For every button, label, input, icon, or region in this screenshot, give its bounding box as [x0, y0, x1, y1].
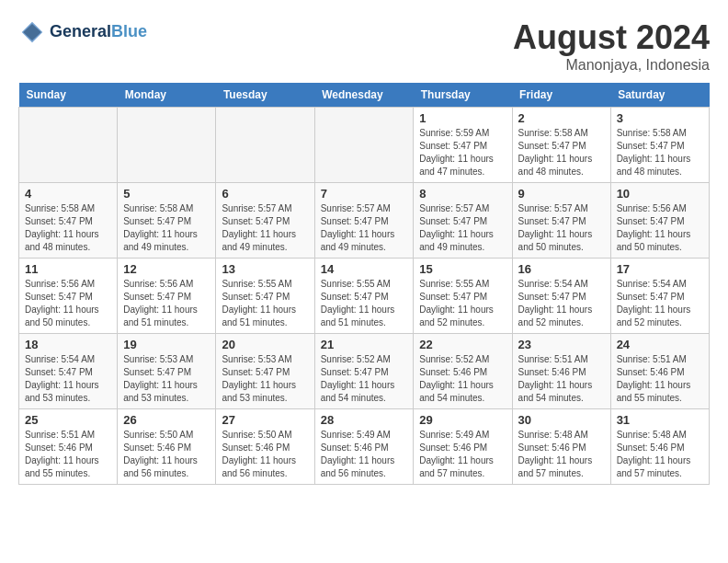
calendar-cell: 17Sunrise: 5:54 AM Sunset: 5:47 PM Dayli… [610, 259, 709, 334]
calendar-cell: 9Sunrise: 5:57 AM Sunset: 5:47 PM Daylig… [512, 183, 610, 259]
day-info: Sunrise: 5:57 AM Sunset: 5:47 PM Dayligh… [518, 202, 605, 254]
day-info: Sunrise: 5:55 AM Sunset: 5:47 PM Dayligh… [222, 278, 308, 329]
day-number: 29 [419, 413, 506, 427]
day-info: Sunrise: 5:50 AM Sunset: 5:46 PM Dayligh… [222, 429, 308, 480]
week-row-5: 25Sunrise: 5:51 AM Sunset: 5:46 PM Dayli… [19, 409, 710, 485]
calendar-cell: 27Sunrise: 5:50 AM Sunset: 5:46 PM Dayli… [216, 409, 314, 485]
day-number: 25 [25, 413, 111, 427]
calendar-cell: 6Sunrise: 5:57 AM Sunset: 5:47 PM Daylig… [216, 183, 314, 259]
calendar-cell: 24Sunrise: 5:51 AM Sunset: 5:46 PM Dayli… [610, 334, 709, 409]
logo-icon [18, 18, 46, 46]
calendar-cell: 14Sunrise: 5:55 AM Sunset: 5:47 PM Dayli… [314, 259, 414, 334]
day-info: Sunrise: 5:51 AM Sunset: 5:46 PM Dayligh… [617, 353, 703, 405]
day-number: 6 [222, 187, 308, 201]
week-row-3: 11Sunrise: 5:56 AM Sunset: 5:47 PM Dayli… [19, 259, 710, 334]
header-tuesday: Tuesday [216, 83, 314, 108]
header-friday: Friday [512, 83, 610, 108]
logo-text: GeneralBlue [50, 22, 147, 42]
calendar-cell: 28Sunrise: 5:49 AM Sunset: 5:46 PM Dayli… [314, 409, 414, 485]
day-number: 5 [123, 187, 210, 201]
day-info: Sunrise: 5:56 AM Sunset: 5:47 PM Dayligh… [617, 202, 703, 254]
svg-marker-1 [23, 24, 41, 40]
day-info: Sunrise: 5:57 AM Sunset: 5:47 PM Dayligh… [419, 202, 506, 254]
day-number: 14 [321, 262, 408, 276]
week-row-4: 18Sunrise: 5:54 AM Sunset: 5:47 PM Dayli… [19, 334, 710, 409]
day-number: 22 [419, 338, 506, 351]
calendar-cell: 26Sunrise: 5:50 AM Sunset: 5:46 PM Dayli… [118, 409, 216, 485]
day-number: 12 [123, 262, 210, 276]
day-info: Sunrise: 5:57 AM Sunset: 5:47 PM Dayligh… [222, 202, 308, 254]
calendar-cell [118, 108, 216, 183]
day-info: Sunrise: 5:54 AM Sunset: 5:47 PM Dayligh… [617, 278, 703, 329]
day-info: Sunrise: 5:54 AM Sunset: 5:47 PM Dayligh… [25, 353, 111, 405]
calendar-cell: 31Sunrise: 5:48 AM Sunset: 5:46 PM Dayli… [610, 409, 709, 485]
day-number: 26 [123, 413, 210, 427]
day-info: Sunrise: 5:48 AM Sunset: 5:46 PM Dayligh… [617, 429, 703, 480]
week-row-1: 1Sunrise: 5:59 AM Sunset: 5:47 PM Daylig… [19, 108, 710, 183]
calendar-cell: 1Sunrise: 5:59 AM Sunset: 5:47 PM Daylig… [414, 108, 512, 183]
logo: GeneralBlue [18, 18, 147, 46]
week-row-2: 4Sunrise: 5:58 AM Sunset: 5:47 PM Daylig… [19, 183, 710, 259]
day-number: 27 [222, 413, 308, 427]
calendar-cell [19, 108, 118, 183]
calendar-cell: 29Sunrise: 5:49 AM Sunset: 5:46 PM Dayli… [414, 409, 512, 485]
day-info: Sunrise: 5:55 AM Sunset: 5:47 PM Dayligh… [419, 278, 506, 329]
location: Manonjaya, Indonesia [513, 57, 710, 74]
calendar-cell: 12Sunrise: 5:56 AM Sunset: 5:47 PM Dayli… [118, 259, 216, 334]
day-info: Sunrise: 5:53 AM Sunset: 5:47 PM Dayligh… [123, 353, 210, 405]
page-header: GeneralBlue August 2024 Manonjaya, Indon… [18, 18, 710, 74]
header-wednesday: Wednesday [314, 83, 414, 108]
header-monday: Monday [118, 83, 216, 108]
day-number: 24 [617, 338, 703, 351]
day-info: Sunrise: 5:54 AM Sunset: 5:47 PM Dayligh… [518, 278, 605, 329]
day-number: 17 [617, 262, 703, 276]
calendar-cell: 4Sunrise: 5:58 AM Sunset: 5:47 PM Daylig… [19, 183, 118, 259]
day-info: Sunrise: 5:56 AM Sunset: 5:47 PM Dayligh… [25, 278, 111, 329]
header-thursday: Thursday [414, 83, 512, 108]
day-number: 20 [222, 338, 308, 351]
day-number: 19 [123, 338, 210, 351]
calendar-cell: 19Sunrise: 5:53 AM Sunset: 5:47 PM Dayli… [118, 334, 216, 409]
calendar-cell: 5Sunrise: 5:58 AM Sunset: 5:47 PM Daylig… [118, 183, 216, 259]
calendar-cell: 8Sunrise: 5:57 AM Sunset: 5:47 PM Daylig… [414, 183, 512, 259]
title-block: August 2024 Manonjaya, Indonesia [513, 18, 710, 74]
day-number: 11 [25, 262, 111, 276]
calendar-cell: 15Sunrise: 5:55 AM Sunset: 5:47 PM Dayli… [414, 259, 512, 334]
day-info: Sunrise: 5:53 AM Sunset: 5:47 PM Dayligh… [222, 353, 308, 405]
calendar-cell [216, 108, 314, 183]
day-info: Sunrise: 5:58 AM Sunset: 5:47 PM Dayligh… [123, 202, 210, 254]
day-info: Sunrise: 5:50 AM Sunset: 5:46 PM Dayligh… [123, 429, 210, 480]
day-number: 31 [617, 413, 703, 427]
day-number: 3 [617, 111, 703, 125]
day-info: Sunrise: 5:52 AM Sunset: 5:47 PM Dayligh… [321, 353, 408, 405]
day-number: 10 [617, 187, 703, 201]
day-info: Sunrise: 5:52 AM Sunset: 5:46 PM Dayligh… [419, 353, 506, 405]
calendar-table: SundayMondayTuesdayWednesdayThursdayFrid… [18, 83, 710, 485]
day-number: 13 [222, 262, 308, 276]
day-number: 30 [518, 413, 605, 427]
calendar-cell: 7Sunrise: 5:57 AM Sunset: 5:47 PM Daylig… [314, 183, 414, 259]
day-info: Sunrise: 5:49 AM Sunset: 5:46 PM Dayligh… [419, 429, 506, 480]
day-info: Sunrise: 5:56 AM Sunset: 5:47 PM Dayligh… [123, 278, 210, 329]
day-number: 4 [25, 187, 111, 201]
month-year: August 2024 [513, 18, 710, 57]
calendar-cell: 16Sunrise: 5:54 AM Sunset: 5:47 PM Dayli… [512, 259, 610, 334]
day-info: Sunrise: 5:48 AM Sunset: 5:46 PM Dayligh… [518, 429, 605, 480]
day-number: 28 [321, 413, 408, 427]
day-number: 18 [25, 338, 111, 351]
day-info: Sunrise: 5:55 AM Sunset: 5:47 PM Dayligh… [321, 278, 408, 329]
calendar-cell: 11Sunrise: 5:56 AM Sunset: 5:47 PM Dayli… [19, 259, 118, 334]
day-number: 15 [419, 262, 506, 276]
calendar-cell: 13Sunrise: 5:55 AM Sunset: 5:47 PM Dayli… [216, 259, 314, 334]
day-number: 8 [419, 187, 506, 201]
calendar-cell: 23Sunrise: 5:51 AM Sunset: 5:46 PM Dayli… [512, 334, 610, 409]
calendar-cell: 22Sunrise: 5:52 AM Sunset: 5:46 PM Dayli… [414, 334, 512, 409]
day-number: 7 [321, 187, 408, 201]
calendar-cell: 18Sunrise: 5:54 AM Sunset: 5:47 PM Dayli… [19, 334, 118, 409]
day-info: Sunrise: 5:49 AM Sunset: 5:46 PM Dayligh… [321, 429, 408, 480]
day-number: 23 [518, 338, 605, 351]
day-number: 9 [518, 187, 605, 201]
calendar-cell: 20Sunrise: 5:53 AM Sunset: 5:47 PM Dayli… [216, 334, 314, 409]
header-saturday: Saturday [610, 83, 709, 108]
day-info: Sunrise: 5:51 AM Sunset: 5:46 PM Dayligh… [25, 429, 111, 480]
